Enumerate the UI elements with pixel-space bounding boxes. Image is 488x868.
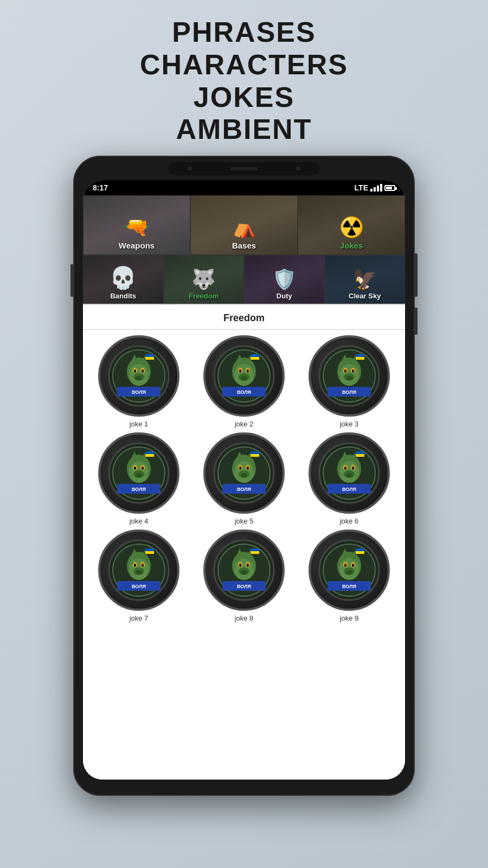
status-right: LTE [355,183,395,192]
svg-point-56 [134,467,136,470]
joke-emblem-1: ВОЛЯ [98,335,179,417]
faction-freedom[interactable]: 🐺 Freedom [164,255,245,304]
joke-emblem-2: ВОЛЯ [203,335,285,417]
svg-rect-110 [145,548,154,551]
sensor-dot [188,167,192,171]
joke-label-8: joke 8 [235,614,254,622]
header-line1: PHRASES [140,16,348,49]
svg-rect-14 [145,354,154,357]
signal-bars [370,184,382,192]
svg-point-105 [142,564,144,567]
svg-rect-78 [251,451,259,454]
joke-label-3: joke 3 [340,420,359,428]
speaker-slot [230,167,258,170]
clearsky-icon: 🦅 [352,268,377,291]
svg-point-24 [239,369,241,373]
grid-row-2: ВОЛЯ joke 4 [86,432,402,525]
svg-point-57 [142,467,144,470]
svg-rect-62 [145,451,154,454]
battery-fill [386,187,392,189]
faction-bandits[interactable]: 💀 Bandits [83,255,164,304]
faction-duty[interactable]: 🛡️ Duty [244,255,325,304]
joke-cell-1[interactable]: ВОЛЯ joke 1 [92,335,187,428]
joke-emblem-7: ВОЛЯ [98,529,179,611]
svg-point-11 [136,376,142,380]
joke-cell-3[interactable]: ВОЛЯ joke 3 [302,335,397,428]
joke-cell-4[interactable]: ВОЛЯ joke 4 [92,432,187,525]
svg-point-120 [239,564,241,567]
svg-text:ВОЛЯ: ВОЛЯ [132,584,146,589]
bar4 [380,184,382,192]
nav-jokes[interactable]: ☢️ Jokes [298,195,405,255]
joke-cell-7[interactable]: ВОЛЯ joke 7 [92,529,187,622]
freedom-emblem-svg-4: ВОЛЯ [106,441,171,506]
joke-cell-8[interactable]: ВОЛЯ joke 8 [197,529,292,622]
top-nav: 🔫 Weapons ⛺ Bases ☢️ Jokes [83,195,405,255]
svg-point-89 [352,467,354,470]
camera-dot [296,167,300,171]
duty-icon: 🛡️ [272,268,297,291]
svg-point-59 [136,473,142,477]
joke-emblem-8: ВОЛЯ [203,529,285,611]
bar2 [374,187,376,192]
svg-rect-15 [145,357,154,360]
svg-point-137 [352,564,354,567]
nav-weapons[interactable]: 🔫 Weapons [83,195,190,255]
svg-point-123 [241,570,247,575]
phone-sensor-bar [168,162,320,175]
svg-rect-46 [356,354,364,357]
joke-cell-2[interactable]: ВОЛЯ joke 2 [197,335,292,428]
nav-weapons-label: Weapons [119,241,155,250]
svg-rect-127 [251,551,259,554]
joke-label-6: joke 6 [340,517,359,525]
freedom-emblem-svg-8: ВОЛЯ [211,538,277,603]
joke-label-2: joke 2 [235,420,254,428]
nav-bases[interactable]: ⛺ Bases [190,195,298,255]
svg-point-72 [239,467,241,470]
svg-text:ВОЛЯ: ВОЛЯ [132,487,146,492]
phone-shell: 8:17 LTE 🔫 Weapons [73,156,415,796]
svg-point-27 [241,376,247,380]
svg-rect-142 [356,548,364,551]
joke-cell-9[interactable]: ВОЛЯ joke 9 [302,529,397,622]
faction-bandits-label: Bandits [110,292,136,300]
svg-text:ВОЛЯ: ВОЛЯ [342,584,356,589]
bases-icon: ⛺ [232,216,256,239]
bandits-icon: 💀 [110,265,137,291]
content-grid[interactable]: ВОЛЯ joke 1 [83,330,405,780]
header-line2: CHARACTERS [140,49,348,81]
svg-point-121 [247,564,249,567]
clock: 8:17 [93,183,108,192]
joke-cell-5[interactable]: ВОЛЯ joke 5 [197,432,292,525]
svg-point-139 [346,570,352,575]
svg-point-25 [247,369,249,373]
svg-rect-79 [251,454,259,457]
svg-point-73 [247,467,249,470]
svg-rect-111 [145,551,154,554]
volume-button [70,264,73,297]
svg-point-107 [136,570,142,575]
faction-nav: 💀 Bandits 🐺 Freedom 🛡️ Duty 🦅 Clear Sky [83,255,405,305]
freedom-emblem-svg-7: ВОЛЯ [106,538,171,603]
svg-rect-143 [356,551,364,554]
weapons-icon: 🔫 [125,216,149,239]
svg-point-43 [346,376,352,380]
freedom-icon: 🐺 [191,268,216,291]
svg-text:ВОЛЯ: ВОЛЯ [342,487,356,492]
svg-rect-95 [356,454,364,457]
svg-rect-94 [356,451,364,454]
joke-label-9: joke 9 [340,614,359,622]
joke-emblem-3: ВОЛЯ [309,335,390,417]
freedom-emblem-svg-5: ВОЛЯ [211,441,277,506]
joke-cell-6[interactable]: ВОЛЯ joke 6 [302,432,397,525]
svg-text:ВОЛЯ: ВОЛЯ [237,390,251,395]
svg-text:ВОЛЯ: ВОЛЯ [342,390,356,395]
svg-point-41 [352,369,354,373]
section-title: Freedom [83,305,405,330]
joke-emblem-4: ВОЛЯ [98,432,179,514]
svg-point-91 [346,473,352,477]
bar3 [377,186,379,192]
freedom-emblem-svg-3: ВОЛЯ [317,343,382,409]
status-bar: 8:17 LTE [83,180,405,195]
faction-clearsky[interactable]: 🦅 Clear Sky [325,255,406,304]
